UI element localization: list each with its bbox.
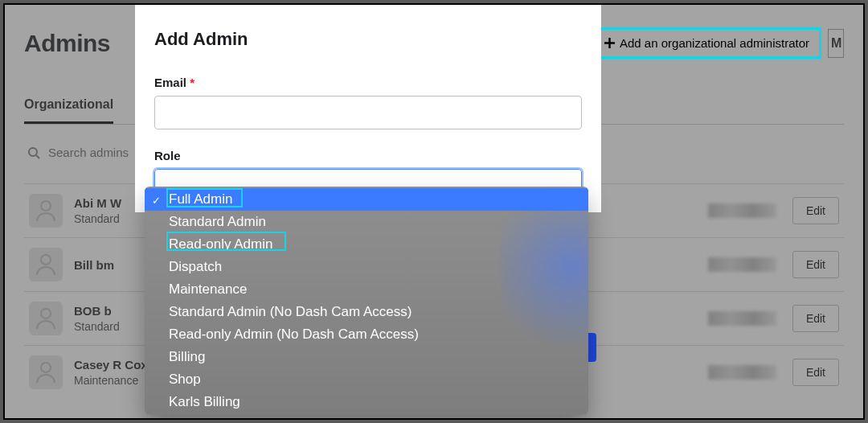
role-label: Role (154, 149, 582, 162)
role-option[interactable]: Karls Billing (145, 391, 588, 413)
role-option[interactable]: Read-only Admin (145, 233, 588, 256)
email-label: Email * (154, 76, 582, 89)
edit-button[interactable]: Edit (792, 251, 839, 278)
edit-button[interactable]: Edit (792, 305, 839, 332)
search-icon (27, 146, 40, 159)
edit-button[interactable]: Edit (792, 197, 839, 224)
plus-icon (604, 38, 615, 48)
email-field[interactable] (154, 96, 582, 129)
svg-point-0 (29, 148, 37, 156)
page-title: Admins (24, 30, 110, 57)
svg-line-1 (36, 155, 39, 158)
role-option[interactable]: Billing (145, 346, 588, 368)
role-option[interactable]: ✓Full Admin (145, 188, 588, 211)
role-option[interactable]: Maintenance (145, 278, 588, 301)
tab-organizational[interactable]: Organizational (24, 94, 113, 124)
avatar (29, 194, 63, 228)
add-admin-label: Add an organizational administrator (620, 36, 809, 50)
search-placeholder: Search admins (48, 146, 129, 159)
header-actions: Add an organizational administrator M (592, 27, 844, 59)
add-admin-button[interactable]: Add an organizational administrator (592, 27, 821, 59)
modal-title: Add Admin (154, 29, 582, 50)
role-option[interactable]: Dispatch (145, 256, 588, 278)
role-dropdown[interactable]: ✓Full AdminStandard AdminRead-only Admin… (145, 187, 588, 415)
redacted-text (708, 257, 776, 272)
check-icon: ✓ (152, 191, 161, 211)
avatar (29, 302, 63, 335)
add-admin-modal: Add Admin Email * Role (135, 5, 601, 212)
role-option[interactable]: Standard Admin (No Dash Cam Access) (145, 301, 588, 323)
redacted-text (708, 203, 776, 218)
role-option[interactable]: Read-only Admin (No Dash Cam Access) (145, 323, 588, 346)
redacted-text (708, 311, 776, 326)
avatar (29, 355, 63, 389)
svg-point-3 (41, 255, 51, 265)
svg-point-5 (41, 363, 51, 372)
role-option[interactable]: Shop (145, 368, 588, 391)
role-option[interactable]: Standard Admin (145, 211, 588, 233)
svg-point-2 (41, 201, 51, 211)
truncated-button[interactable]: M (828, 29, 844, 58)
avatar (29, 248, 63, 281)
redacted-text (708, 365, 776, 380)
edit-button[interactable]: Edit (792, 359, 839, 386)
svg-point-4 (41, 309, 51, 318)
